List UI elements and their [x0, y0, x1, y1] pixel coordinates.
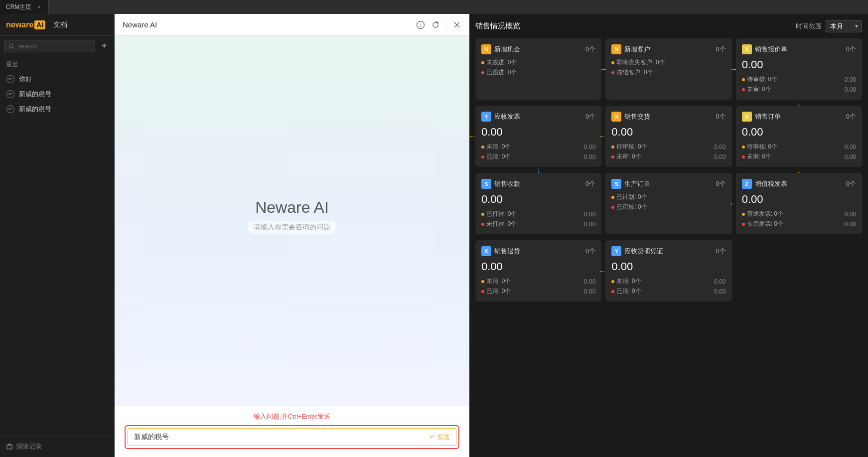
card-vat-invoice: Z 增值税发票 0个 0.00 普通发票: 0个 0.00	[736, 173, 862, 234]
chat-icon-0	[6, 75, 15, 84]
card-icon-title-7: S 生产订单	[611, 179, 650, 189]
card-detail-label-101: 已清: 0个	[611, 287, 641, 296]
card-amount-6: 0.00	[481, 193, 595, 206]
card-detail-row-91: 已清: 0个 0.00	[481, 287, 595, 296]
card-count-1: 0个	[716, 45, 725, 54]
card-name-7: 生产订单	[624, 179, 650, 188]
dot-01	[481, 71, 484, 74]
chat-input-field[interactable]	[134, 433, 426, 441]
tab-bar: CRM主页 ×	[0, 0, 868, 14]
dot-81	[742, 223, 745, 226]
card-details-0: 未跟进: 0个 已跟进: 0个	[481, 58, 595, 77]
info-btn[interactable]: i	[416, 20, 425, 29]
card-header-8: Z 增值税发票 0个	[742, 179, 856, 189]
card-header-3: Y 应收发票 0个	[481, 112, 595, 122]
card-detail-label-11: 冻结客户: 0个	[611, 68, 653, 77]
arrow-down-3: ↓	[537, 166, 541, 175]
card-invoice: Y 应收发票 0个 0.00 未清: 0个 0.00 已清	[475, 106, 601, 167]
dot-80	[742, 213, 745, 216]
arrow-left-3: ←	[469, 132, 476, 141]
time-select[interactable]: 本月 上月 本季度 本年	[826, 20, 862, 32]
card-detail-row-01: 已跟进: 0个	[481, 68, 595, 77]
card-detail-value-51: 0.00	[845, 153, 856, 160]
svg-point-4	[7, 106, 14, 113]
tab-close-btn[interactable]: ×	[35, 3, 42, 10]
arrow-left-4: ←	[598, 132, 606, 141]
history-item-1[interactable]: 新威的税号	[4, 87, 110, 102]
card-details-7: 已计划: 0个 已审核: 0个	[611, 193, 725, 211]
new-chat-btn[interactable]: +	[98, 40, 110, 52]
history-item-2[interactable]: 新威的税号	[4, 102, 110, 117]
dot-20	[742, 78, 745, 81]
card-amount-10: 0.00	[611, 260, 725, 273]
cards-row-3: S 销售收款 0个 0.00 已打款: 0个 0.00 未	[475, 173, 862, 234]
card-details-4: 待审核: 0个 0.00 未审: 0个 0.00	[611, 143, 725, 161]
history-item-0[interactable]: 你好	[4, 72, 110, 87]
dot-91	[481, 290, 484, 293]
dot-61	[481, 223, 484, 226]
app-header: neware AI 文档	[0, 14, 114, 36]
card-detail-label-10: 即将流失客户: 0个	[611, 58, 665, 67]
clear-history-btn[interactable]: 清除记录	[4, 440, 110, 453]
card-detail-label-01: 已跟进: 0个	[481, 68, 517, 77]
card-detail-label-81: 专用发票: 0个	[742, 220, 783, 228]
card-detail-label-61: 未打款: 0个	[481, 220, 517, 228]
close-btn[interactable]	[452, 20, 461, 29]
card-details-3: 未清: 0个 0.00 已清: 0个 0.00	[481, 143, 595, 161]
card-amount-9: 0.00	[481, 260, 595, 273]
card-count-3: 0个	[585, 112, 595, 121]
card-detail-label-20: 待审核: 0个	[742, 75, 777, 84]
brand-ai: AI	[34, 20, 45, 29]
card-detail-label-91: 已清: 0个	[481, 287, 511, 296]
send-btn[interactable]: ↵ 发送	[430, 433, 450, 442]
search-input-wrap[interactable]	[4, 40, 95, 52]
card-detail-value-100: 0.00	[714, 278, 725, 285]
card-detail-value-60: 0.00	[584, 211, 595, 218]
card-header-4: X 销售交货 0个	[611, 112, 725, 122]
card-amount-5: 0.00	[742, 126, 856, 139]
right-panel: 销售情况概览 时间范围 本月 上月 本季度 本年 ▼	[469, 14, 868, 457]
card-detail-row-40: 待审核: 0个 0.00	[611, 143, 725, 151]
brand-neware: neware	[6, 20, 33, 29]
dot-90	[481, 280, 484, 283]
card-amount-4: 0.00	[611, 126, 725, 139]
welcome-subtitle: 请输入你需要咨询的问题	[248, 221, 336, 234]
search-row: +	[4, 40, 110, 52]
card-detail-row-71: 已审核: 0个	[611, 203, 725, 211]
dot-30	[481, 146, 484, 149]
card-production: S 生产订单 0个 已计划: 0个 已审核: 0个	[605, 173, 731, 234]
dot-41	[611, 155, 614, 158]
main-layout: neware AI 文档 + 最近	[0, 14, 868, 457]
empty-slot	[736, 240, 862, 302]
card-icon-9: X	[481, 246, 491, 256]
left-panel: neware AI 文档 + 最近	[0, 14, 115, 457]
card-count-7: 0个	[716, 179, 725, 188]
svg-point-3	[7, 91, 14, 98]
card-detail-label-60: 已打款: 0个	[481, 210, 517, 218]
card-count-6: 0个	[585, 179, 595, 188]
card-amount-3: 0.00	[481, 126, 595, 139]
dot-10	[611, 61, 614, 64]
card-icon-2: X	[742, 44, 752, 54]
card-detail-row-70: 已计划: 0个	[611, 193, 725, 201]
chat-icon-2	[6, 105, 15, 114]
card-icon-6: S	[481, 179, 491, 189]
card-detail-label-50: 待审核: 0个	[742, 143, 777, 151]
card-count-2: 0个	[846, 45, 856, 54]
card-name-9: 销售退货	[494, 247, 520, 256]
crm-tab[interactable]: CRM主页 ×	[0, 0, 49, 14]
time-filter-label: 时间范围	[796, 22, 822, 31]
tab-label: CRM主页	[6, 3, 31, 11]
card-icon-title-2: X 销售报价单	[742, 44, 787, 54]
nav-doc[interactable]: 文档	[53, 20, 67, 29]
card-icon-4: X	[611, 112, 621, 122]
card-name-2: 销售报价单	[755, 45, 787, 54]
card-detail-row-50: 待审核: 0个 0.00	[742, 143, 856, 151]
search-input[interactable]	[17, 42, 91, 50]
card-detail-value-101: 0.00	[714, 288, 725, 295]
card-amount-2: 0.00	[742, 58, 856, 71]
dot-60	[481, 213, 484, 216]
card-order: X 销售订单 0个 0.00 待审核: 0个 0.00 未	[736, 106, 862, 167]
refresh-btn[interactable]	[431, 20, 440, 29]
dot-51	[742, 155, 745, 158]
